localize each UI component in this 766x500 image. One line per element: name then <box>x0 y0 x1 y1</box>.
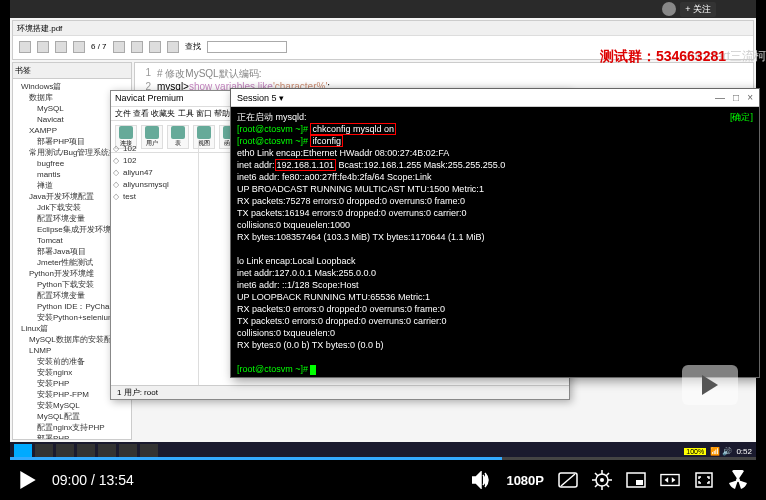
close-icon[interactable]: × <box>747 92 753 103</box>
play-button[interactable] <box>18 470 38 490</box>
prev-icon[interactable] <box>113 41 125 53</box>
player-controls: 09:00 / 13:54 1080P <box>0 460 766 500</box>
pdf-titlebar: 环境搭建.pdf <box>13 21 753 35</box>
line-number: 1 <box>139 67 157 81</box>
svg-rect-5 <box>636 480 643 485</box>
navicat-title: Navicat Premium <box>115 93 184 104</box>
zoom-icon[interactable] <box>167 41 179 53</box>
desktop: 测试群：534663281 folostart三流柯 环境搭建.pdf 6 / … <box>10 18 756 442</box>
terminal-title: Session 5 ▾ <box>237 93 284 103</box>
next-icon[interactable] <box>131 41 143 53</box>
taskbar-item[interactable] <box>77 444 95 458</box>
svg-point-3 <box>600 478 604 482</box>
follow-button[interactable]: + 关注 <box>680 2 716 17</box>
clock: 0:52 <box>736 447 752 456</box>
danmaku-off-icon[interactable] <box>558 470 578 490</box>
connection-item[interactable]: 102 <box>113 155 196 167</box>
svg-rect-7 <box>696 473 712 487</box>
taskbar-item[interactable] <box>119 444 137 458</box>
watermark-text: 测试群：534663281 <box>600 48 726 66</box>
terminal-cursor <box>310 365 316 375</box>
pdf-tool-icon[interactable] <box>19 41 31 53</box>
fullscreen-icon[interactable] <box>694 470 714 490</box>
taskbar-item[interactable] <box>140 444 158 458</box>
zoom-icon[interactable] <box>149 41 161 53</box>
taskbar-item[interactable] <box>35 444 53 458</box>
settings-icon[interactable] <box>592 470 612 490</box>
svg-rect-6 <box>661 475 679 486</box>
play-overlay-icon[interactable] <box>682 365 738 405</box>
terminal-window: Session 5 ▾ —□× 正在启动 mysqld:[确定] [root@c… <box>230 88 760 378</box>
search-label: 查找 <box>185 41 201 52</box>
taskbar-item[interactable] <box>56 444 74 458</box>
mail-icon[interactable] <box>73 41 85 53</box>
tree-item[interactable]: 安装MySQL <box>15 400 129 411</box>
terminal-titlebar: Session 5 ▾ —□× <box>231 89 759 107</box>
maximize-icon[interactable]: □ <box>733 92 739 103</box>
terminal-body[interactable]: 正在启动 mysqld:[确定] [root@ctosvm ~]# chkcon… <box>231 107 759 377</box>
volume-icon[interactable] <box>472 470 492 490</box>
tree-item[interactable]: 部署PHP <box>15 433 129 440</box>
time-display: 09:00 / 13:54 <box>52 472 134 488</box>
print-icon[interactable] <box>55 41 67 53</box>
tree-item[interactable]: 配置nginx支持PHP <box>15 422 129 433</box>
highlighted-command: ifconfig <box>310 135 343 147</box>
navicat-status: 1 用户: root <box>111 385 569 399</box>
battery-pct: 100% <box>684 448 706 455</box>
radiation-icon[interactable] <box>728 470 748 490</box>
page-counter: 6 / 7 <box>91 42 107 51</box>
tree-item[interactable]: MySQL配置 <box>15 411 129 422</box>
video-content: + 关注 测试群：534663281 folostart三流柯 环境搭建.pdf… <box>10 0 756 460</box>
quality-button[interactable]: 1080P <box>506 473 544 488</box>
top-strip: + 关注 <box>10 0 756 18</box>
connection-item[interactable]: aliyun47 <box>113 167 196 179</box>
pip-icon[interactable] <box>626 470 646 490</box>
svg-line-1 <box>561 474 575 486</box>
tree-header: 书签 <box>13 63 131 79</box>
widescreen-icon[interactable] <box>660 470 680 490</box>
window-controls[interactable]: —□× <box>715 92 753 103</box>
search-input[interactable] <box>207 41 287 53</box>
system-tray: 100% 📶 🔊 0:52 <box>684 447 752 456</box>
avatar[interactable] <box>662 2 676 16</box>
start-button[interactable] <box>14 444 32 458</box>
connection-item[interactable]: 102 <box>113 143 196 155</box>
minimize-icon[interactable]: — <box>715 92 725 103</box>
pdf-tool-icon[interactable] <box>37 41 49 53</box>
connection-item[interactable]: aliyunsmysql <box>113 179 196 191</box>
highlighted-command: chkconfig mysqld on <box>310 123 396 135</box>
code-comment: # 修改MySQL默认编码: <box>157 67 261 81</box>
highlighted-ip: 192.168.1.101 <box>275 159 337 171</box>
taskbar-item[interactable] <box>98 444 116 458</box>
pdf-filename: 环境搭建.pdf <box>17 23 62 34</box>
connection-item[interactable]: test <box>113 191 196 203</box>
navicat-tree: 102102aliyun47aliyunsmysqltest <box>111 141 199 385</box>
